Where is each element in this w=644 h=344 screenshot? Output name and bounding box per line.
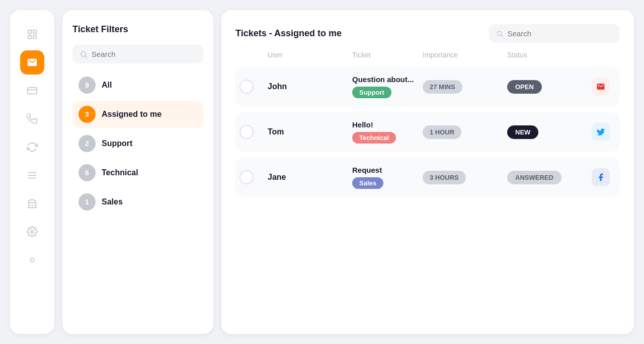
importance-badge: 27 MINS	[423, 80, 462, 94]
tickets-search-icon	[496, 30, 503, 38]
filter-item-all[interactable]: 9 All	[72, 72, 203, 99]
filter-badge-all: 9	[78, 77, 96, 94]
filter-item-support[interactable]: 2 Support	[72, 130, 203, 157]
filter-badge-assigned: 3	[78, 106, 96, 123]
tickets-header: Tickets - Assigned to me	[235, 24, 620, 43]
col-header-user: User	[268, 51, 348, 59]
filters-search-box[interactable]	[72, 45, 203, 63]
ticket-tag-sales: Sales	[352, 177, 383, 189]
sidebar-icon-building[interactable]	[20, 191, 44, 216]
importance-badge: 3 HOURS	[423, 171, 466, 184]
table-row[interactable]: John Question about... Support 27 MINS O…	[235, 67, 620, 106]
channel-icon-twitter	[592, 123, 610, 141]
status-badge: ANSWERED	[507, 171, 561, 184]
sidebar-icon-chat[interactable]	[20, 79, 44, 103]
svg-rect-1	[33, 30, 36, 33]
channel-icon-email	[592, 78, 610, 96]
sidebar-icon-refresh[interactable]	[20, 135, 44, 159]
svg-point-11	[81, 51, 86, 56]
svg-rect-2	[28, 35, 31, 38]
tickets-search-box[interactable]	[489, 24, 620, 43]
col-header-importance: Importance	[423, 51, 503, 59]
importance-badge: 1 HOUR	[423, 125, 461, 139]
ticket-checkbox[interactable]	[239, 125, 254, 139]
svg-rect-4	[28, 88, 37, 94]
ticket-checkbox[interactable]	[239, 80, 254, 94]
ticket-user: Jane	[268, 173, 348, 182]
filters-search-input[interactable]	[92, 50, 196, 58]
svg-rect-0	[28, 30, 31, 33]
svg-line-14	[501, 35, 503, 36]
svg-point-9	[31, 230, 34, 233]
filter-badge-sales: 1	[78, 193, 96, 211]
filters-search-icon	[79, 50, 88, 58]
ticket-subject: Question about...	[352, 75, 419, 84]
tickets-panel-title: Tickets - Assigned to me	[235, 28, 342, 39]
sidebar-icon-database[interactable]	[20, 163, 44, 187]
ticket-subject: Request	[352, 166, 419, 174]
ticket-info: Hello! Technical	[352, 120, 419, 144]
filter-badge-technical: 6	[78, 164, 96, 181]
ticket-info: Request Sales	[352, 166, 419, 189]
tickets-panel: Tickets - Assigned to me User Ticket Imp…	[221, 10, 634, 334]
filter-list: 9 All 3 Assigned to me 2 Support	[72, 72, 203, 216]
table-header: User Ticket Importance Status	[235, 51, 620, 59]
sidebar-icon-grid[interactable]	[20, 22, 44, 46]
ticket-tag-support: Support	[352, 87, 391, 98]
table-row[interactable]: Tom Hello! Technical 1 HOUR NEW	[235, 112, 620, 152]
filters-panel-title: Ticket Filters	[72, 24, 203, 35]
table-row[interactable]: Jane Request Sales 3 HOURS ANSWERED	[235, 158, 620, 197]
filter-label-sales: Sales	[102, 197, 123, 207]
col-header-status: Status	[507, 51, 588, 59]
status-badge: NEW	[507, 125, 538, 139]
sidebar	[10, 10, 54, 334]
ticket-user: John	[268, 82, 348, 91]
ticket-tag-technical: Technical	[352, 132, 396, 144]
tickets-search-input[interactable]	[507, 29, 613, 38]
status-badge: OPEN	[507, 80, 542, 94]
filter-label-technical: Technical	[102, 168, 138, 177]
svg-point-10	[30, 258, 34, 261]
filter-label-support: Support	[102, 139, 132, 148]
sidebar-icon-phone[interactable]	[20, 107, 44, 131]
filter-label-all: All	[102, 81, 112, 90]
ticket-user: Tom	[268, 127, 348, 136]
filter-item-sales[interactable]: 1 Sales	[72, 188, 203, 216]
filter-badge-support: 2	[78, 135, 96, 152]
svg-point-13	[497, 31, 501, 35]
sidebar-icon-gear[interactable]	[20, 220, 44, 244]
svg-rect-3	[33, 35, 36, 38]
filter-label-assigned: Assigned to me	[102, 110, 162, 119]
filters-panel: Ticket Filters 9 All 3 Assigned to me	[62, 10, 213, 334]
ticket-info: Question about... Support	[352, 75, 419, 98]
ticket-rows: John Question about... Support 27 MINS O…	[235, 67, 620, 197]
filter-item-technical[interactable]: 6 Technical	[72, 159, 203, 186]
sidebar-icon-mail[interactable]	[20, 50, 44, 75]
ticket-checkbox[interactable]	[239, 170, 254, 184]
ticket-subject: Hello!	[352, 120, 419, 129]
app-container: Ticket Filters 9 All 3 Assigned to me	[10, 10, 634, 334]
channel-icon-facebook	[592, 168, 610, 186]
sidebar-icon-dot[interactable]	[20, 248, 44, 272]
col-header-ticket: Ticket	[352, 51, 419, 59]
svg-line-12	[85, 56, 87, 58]
filter-item-assigned[interactable]: 3 Assigned to me	[72, 101, 203, 128]
